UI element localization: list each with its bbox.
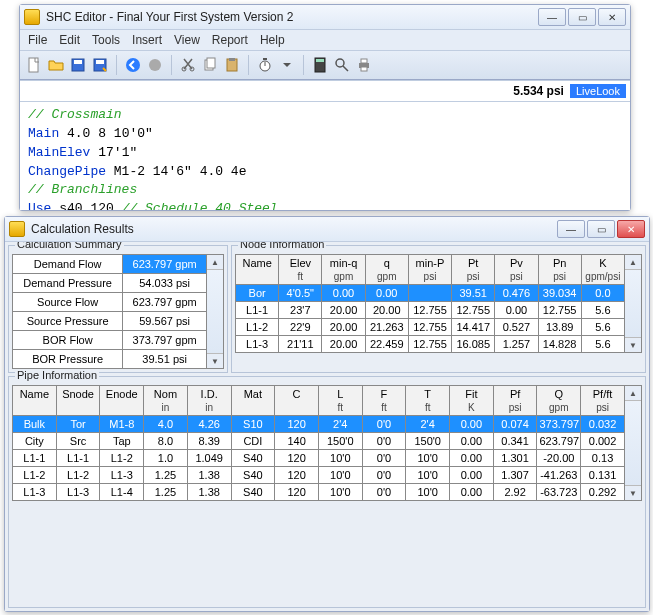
editor-title: SHC Editor - Final Your First System Ver… — [46, 10, 532, 24]
table-row[interactable]: L1-123'720.0020.0012.75512.7550.0012.755… — [236, 302, 625, 319]
editor-statusbar: 5.534 psi LiveLook — [20, 80, 630, 102]
svg-rect-0 — [29, 58, 38, 72]
menu-file[interactable]: File — [28, 33, 47, 47]
summary-scrollbar[interactable]: ▲▼ — [207, 254, 224, 369]
save-as-icon[interactable] — [90, 55, 110, 75]
table-row[interactable]: L1-2L1-2L1-31.251.38S4012010'00'010'00.0… — [13, 467, 625, 484]
summary-row[interactable]: Source Flow623.797 gpm — [13, 293, 207, 312]
table-row[interactable]: L1-1L1-1L1-21.01.049S4012010'00'010'00.0… — [13, 450, 625, 467]
node-info-group: Node Information Name Elevftmin-qgpmqgpm… — [231, 245, 646, 373]
calculation-summary-group: Calculation Summary Demand Flow623.797 g… — [8, 245, 228, 373]
app-icon — [24, 9, 40, 25]
minimize-button[interactable]: — — [557, 220, 585, 238]
svg-point-6 — [149, 59, 161, 71]
save-icon[interactable] — [68, 55, 88, 75]
stopwatch-icon[interactable] — [255, 55, 275, 75]
editor-titlebar[interactable]: SHC Editor - Final Your First System Ver… — [20, 5, 630, 30]
pipe-table[interactable]: Name Snode Enode NominI.D.inMat C LftFft… — [12, 385, 625, 501]
calculator-icon[interactable] — [310, 55, 330, 75]
svg-rect-14 — [263, 58, 267, 60]
search-icon[interactable] — [332, 55, 352, 75]
menu-help[interactable]: Help — [260, 33, 285, 47]
summary-row[interactable]: Source Pressure59.567 psi — [13, 312, 207, 331]
code-editor[interactable]: // CrossmainMain 4.0 8 10'0"MainElev 17'… — [20, 102, 630, 210]
results-title: Calculation Results — [31, 222, 551, 236]
dropdown-arrow-icon[interactable] — [277, 55, 297, 75]
results-titlebar[interactable]: Calculation Results — ▭ ✕ — [5, 217, 649, 242]
table-row[interactable]: CitySrcTap8.08.39CDI140150'00'0150'00.00… — [13, 433, 625, 450]
close-button[interactable]: ✕ — [617, 220, 645, 238]
menubar: File Edit Tools Insert View Report Help — [20, 30, 630, 51]
livelook-button[interactable]: LiveLook — [570, 84, 626, 98]
menu-report[interactable]: Report — [212, 33, 248, 47]
summary-row[interactable]: BOR Flow373.797 gpm — [13, 331, 207, 350]
calculation-summary-legend: Calculation Summary — [15, 242, 124, 250]
new-file-icon[interactable] — [24, 55, 44, 75]
table-row[interactable]: Bor4'0.5"0.000.0039.510.47639.0340.0 — [236, 285, 625, 302]
print-icon[interactable] — [354, 55, 374, 75]
svg-rect-2 — [74, 60, 82, 64]
summary-row[interactable]: Demand Pressure54.033 psi — [13, 274, 207, 293]
maximize-button[interactable]: ▭ — [568, 8, 596, 26]
menu-view[interactable]: View — [174, 33, 200, 47]
summary-row[interactable]: Demand Flow623.797 gpm — [13, 255, 207, 274]
svg-rect-16 — [316, 59, 324, 62]
editor-window: SHC Editor - Final Your First System Ver… — [19, 4, 631, 211]
minimize-button[interactable]: — — [538, 8, 566, 26]
menu-insert[interactable]: Insert — [132, 33, 162, 47]
table-row[interactable]: L1-3L1-3L1-41.251.38S4012010'00'010'00.0… — [13, 484, 625, 501]
menu-tools[interactable]: Tools — [92, 33, 120, 47]
svg-rect-4 — [96, 60, 104, 64]
svg-rect-19 — [361, 59, 367, 63]
pipe-scrollbar[interactable]: ▲▼ — [625, 385, 642, 501]
svg-point-17 — [336, 59, 344, 67]
cut-icon[interactable] — [178, 55, 198, 75]
close-button[interactable]: ✕ — [598, 8, 626, 26]
pipe-info-legend: Pipe Information — [15, 369, 99, 381]
svg-rect-20 — [361, 67, 367, 71]
svg-rect-12 — [229, 58, 235, 61]
results-window: Calculation Results — ▭ ✕ Calculation Su… — [4, 216, 650, 612]
summary-table[interactable]: Demand Flow623.797 gpmDemand Pressure54.… — [12, 254, 207, 369]
table-row[interactable]: L1-321'1120.0022.45912.75516.0851.25714.… — [236, 336, 625, 353]
menu-edit[interactable]: Edit — [59, 33, 80, 47]
pipe-info-group: Pipe Information Name Snode Enode NominI… — [8, 376, 646, 608]
table-row[interactable]: L1-222'920.0021.26312.75514.4170.52713.8… — [236, 319, 625, 336]
svg-rect-10 — [207, 58, 215, 68]
app-icon — [9, 221, 25, 237]
node-info-legend: Node Information — [238, 242, 326, 250]
editor-toolbar — [20, 51, 630, 80]
copy-icon[interactable] — [200, 55, 220, 75]
node-scrollbar[interactable]: ▲▼ — [625, 254, 642, 353]
node-table[interactable]: Name Elevftmin-qgpmqgpmmin-PpsiPtpsiPvps… — [235, 254, 625, 353]
svg-point-5 — [126, 58, 140, 72]
record-icon[interactable] — [145, 55, 165, 75]
paste-icon[interactable] — [222, 55, 242, 75]
summary-row[interactable]: BOR Pressure39.51 psi — [13, 350, 207, 369]
back-arrow-icon[interactable] — [123, 55, 143, 75]
maximize-button[interactable]: ▭ — [587, 220, 615, 238]
pressure-readout: 5.534 psi — [513, 84, 564, 98]
table-row[interactable]: BulkTorM1-84.04.26S101202'40'02'40.000.0… — [13, 416, 625, 433]
open-folder-icon[interactable] — [46, 55, 66, 75]
